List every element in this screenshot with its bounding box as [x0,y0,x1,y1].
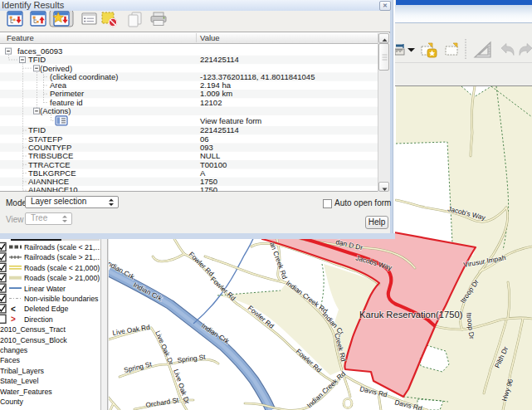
svg-text:Roads (scale > 21,000): Roads (scale > 21,000) [24,274,100,282]
svg-text:Railroads (scale > 21,…: Railroads (scale > 21,… [24,253,102,261]
svg-text:<: < [11,305,16,314]
svg-text:Direction: Direction [24,315,53,324]
svg-text:221425114: 221425114 [200,55,239,64]
svg-text:View feature form: View feature form [200,116,261,125]
svg-text:12102: 12102 [200,98,222,107]
svg-text:changes: changes [0,346,28,354]
svg-text:State_Level: State_Level [0,377,39,385]
svg-text:COUNTYFP: COUNTYFP [28,143,71,152]
svg-text:TFID: TFID [28,125,46,134]
svg-text:093: 093 [200,143,213,152]
svg-text:Karuk Reservation(1750): Karuk Reservation(1750) [359,310,463,320]
svg-text:Faces: Faces [0,356,21,364]
svg-text:Roads (scale < 21,000): Roads (scale < 21,000) [24,264,100,272]
svg-text:Deleted Edge: Deleted Edge [24,305,68,313]
svg-text:County: County [0,398,23,406]
svg-text:Water_Features: Water_Features [0,388,52,396]
svg-text:AIANNHCE10: AIANNHCE10 [28,185,78,192]
svg-text:>: > [11,315,16,324]
svg-text:2010_Census_Tract: 2010_Census_Tract [0,325,66,334]
svg-text:Tribal_Layers: Tribal_Layers [0,367,45,375]
svg-text:Non-visible boundaries: Non-visible boundaries [24,295,99,303]
svg-text:2010_Census_Block: 2010_Census_Block [0,336,67,344]
svg-text:Railroads (scale < 21,…: Railroads (scale < 21,… [24,243,102,251]
svg-text:(Actions): (Actions) [40,106,71,115]
svg-text:1750: 1750 [200,185,217,192]
svg-text:221425114: 221425114 [200,125,239,134]
svg-text:Linear Water: Linear Water [24,285,66,293]
